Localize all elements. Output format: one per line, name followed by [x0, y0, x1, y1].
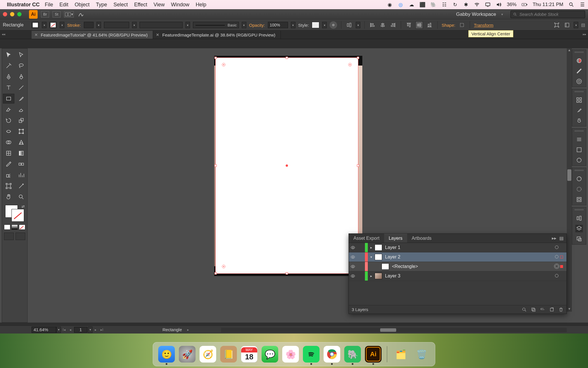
stroke-style-caret[interactable]	[185, 22, 190, 28]
libraries-panel-icon[interactable]	[575, 175, 583, 183]
opacity-label[interactable]: Opacity:	[249, 23, 265, 28]
opacity-input[interactable]: 100%	[268, 22, 288, 28]
artboard-dropdown[interactable]	[88, 327, 92, 333]
volume-icon[interactable]	[496, 2, 502, 7]
horizontal-scrollbar[interactable]	[221, 328, 567, 332]
menu-view[interactable]: View	[154, 2, 165, 8]
dock-messages[interactable]: 💬	[262, 346, 278, 363]
layers-panel-icon[interactable]	[575, 225, 583, 232]
delete-layer-icon[interactable]	[558, 307, 564, 312]
visibility-toggle[interactable]	[349, 264, 357, 269]
edit-contents-button[interactable]	[563, 21, 571, 29]
make-clipping-mask-icon[interactable]	[531, 307, 536, 312]
dock-spotify[interactable]	[303, 346, 320, 363]
curvature-tool[interactable]	[16, 72, 27, 81]
collapse-panels-left-icon[interactable]: ◂◂	[2, 32, 5, 36]
stroke-weight-dropdown[interactable]	[96, 22, 101, 28]
go-to-bridge-button[interactable]: Br	[41, 11, 49, 18]
artboard[interactable]	[215, 57, 358, 274]
brushes-panel-icon[interactable]	[575, 107, 583, 114]
horizontal-align-center-button[interactable]	[379, 21, 386, 29]
blend-tool[interactable]	[16, 160, 27, 169]
appearance-panel-icon[interactable]	[575, 185, 583, 193]
collapse-panels-right-icon[interactable]: ▸▸	[583, 32, 586, 36]
align-to-dropdown[interactable]	[356, 22, 360, 28]
layer-row-layer1[interactable]: ▸ Layer 1	[349, 243, 566, 252]
layer-row-layer3[interactable]: ▸ Layer 3	[349, 271, 566, 281]
menu-edit[interactable]: Edit	[59, 2, 68, 8]
selection-indicator[interactable]	[560, 254, 566, 260]
eraser-tool[interactable]	[16, 105, 27, 114]
align-to-selection-button[interactable]	[345, 21, 353, 29]
opacity-dropdown[interactable]	[291, 22, 295, 28]
variable-width-dropdown[interactable]	[132, 22, 137, 28]
search-adobe-stock-input[interactable]: Search Adobe Stock	[510, 11, 585, 18]
menu-effect[interactable]: Effect	[134, 2, 147, 8]
artboard-tool[interactable]	[3, 181, 14, 191]
screen-mode-toggle[interactable]	[16, 233, 25, 240]
menu-file[interactable]: File	[45, 2, 53, 8]
app-menulet-icon[interactable]: ◎	[398, 2, 403, 7]
stroke-label[interactable]: Stroke:	[67, 23, 81, 28]
menubar-app-name[interactable]: Illustrator CC	[7, 2, 40, 8]
menubar-clock[interactable]: Thu 11:21 PM	[533, 2, 563, 7]
layer-row-rectangle[interactable]: <Rectangle>	[349, 262, 566, 271]
swatches-panel-icon[interactable]	[575, 96, 583, 104]
symbols-panel-icon[interactable]	[575, 117, 583, 124]
graphic-style-swatch[interactable]	[312, 22, 319, 28]
color-mode-solid[interactable]	[4, 225, 10, 230]
gpu-performance-icon[interactable]	[77, 11, 85, 18]
workspace-switcher[interactable]: Gabby Workspace	[456, 12, 496, 17]
dock-safari[interactable]: 🧭	[200, 346, 216, 363]
dock-drag-handle[interactable]	[575, 130, 583, 132]
locate-object-icon[interactable]	[522, 307, 527, 312]
direct-selection-tool[interactable]	[16, 50, 27, 60]
arrange-documents-button[interactable]: ▾	[64, 11, 74, 18]
object-name[interactable]: <Rectangle>	[392, 264, 553, 269]
hand-tool[interactable]	[3, 192, 14, 202]
lasso-tool[interactable]	[16, 61, 27, 70]
brush-definition[interactable]: Basic	[193, 22, 239, 28]
bluetooth-icon[interactable]: ✱	[463, 2, 469, 7]
battery-percent[interactable]: 36%	[507, 2, 517, 7]
vertical-align-top-button[interactable]	[405, 21, 413, 29]
vertical-align-center-button[interactable]	[415, 21, 423, 29]
dropbox-icon[interactable]: ⬛	[419, 2, 425, 7]
scroll-down-arrow[interactable]: ▼	[567, 307, 572, 312]
dock-evernote[interactable]: 🐘	[344, 346, 361, 363]
notification-center-icon[interactable]: ☰	[579, 2, 585, 7]
document-tab-2[interactable]: ✕ FeaturedImageTemplate.ai @ 38.84% (RGB…	[153, 31, 281, 39]
dock-photos[interactable]: 🌸	[282, 346, 299, 363]
free-transform-tool[interactable]	[16, 127, 27, 136]
brush-dropdown[interactable]	[242, 22, 246, 28]
selection-indicator[interactable]	[560, 264, 566, 269]
gradient-tool[interactable]	[16, 149, 27, 158]
symbol-sprayer-tool[interactable]	[3, 170, 14, 180]
fill-dropdown[interactable]	[42, 22, 47, 28]
layer-name[interactable]: Layer 1	[385, 245, 553, 250]
menu-window[interactable]: Window	[171, 2, 189, 8]
dock-contacts[interactable]: 📒	[220, 346, 237, 363]
horizontal-align-right-button[interactable]	[389, 21, 397, 29]
shaper-tool[interactable]	[3, 105, 14, 114]
expand-toggle[interactable]: ▸	[368, 274, 375, 278]
fill-stroke-control[interactable]: ⇄	[4, 204, 25, 223]
dock-calendar[interactable]: MAY 18	[241, 346, 258, 363]
dock-trash[interactable]: 🗑️	[413, 346, 430, 363]
stroke-style-dropdown[interactable]	[140, 22, 183, 28]
close-tab-icon[interactable]: ✕	[156, 32, 159, 37]
zoom-level-input[interactable]: 41.64%	[32, 327, 56, 333]
creative-cloud-icon[interactable]: ◉	[387, 2, 392, 7]
close-tab-icon[interactable]: ✕	[34, 32, 38, 37]
layers-panel[interactable]: Asset Export Layers Artboards ▸▸ ▤ ▸ Lay…	[349, 233, 567, 314]
time-machine-icon[interactable]: ↻	[452, 2, 458, 7]
paintbrush-tool[interactable]	[16, 94, 27, 103]
type-tool[interactable]	[3, 83, 14, 92]
layer-name[interactable]: Layer 3	[385, 273, 553, 279]
create-sublayer-icon[interactable]	[540, 307, 545, 312]
scale-tool[interactable]	[16, 116, 27, 125]
panel-collapse-icon[interactable]: ▸▸	[552, 235, 556, 241]
layer-name[interactable]: Layer 2	[385, 254, 553, 260]
shape-label[interactable]: Shape:	[442, 23, 455, 28]
target-icon[interactable]	[553, 245, 560, 250]
